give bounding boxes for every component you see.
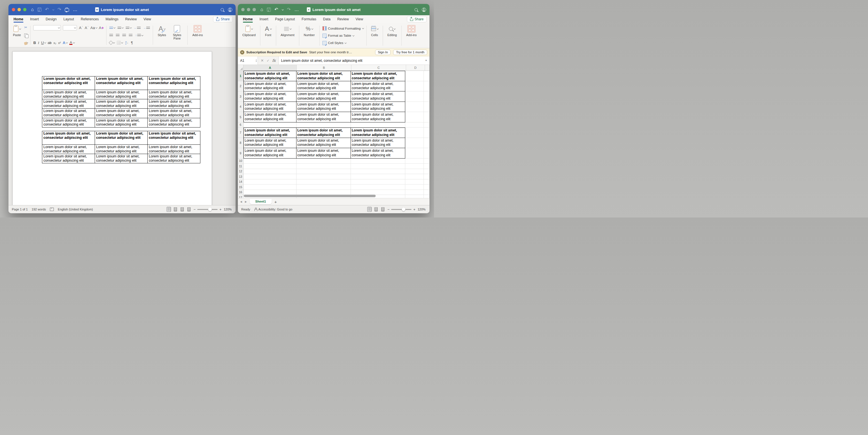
sheet-cell[interactable] xyxy=(405,148,424,158)
row-header[interactable]: 12 xyxy=(238,169,244,174)
add-sheet-button[interactable]: + xyxy=(275,199,277,204)
sheet-cell[interactable] xyxy=(244,169,297,174)
sheet-cell[interactable]: Lorem ipsum dolor sit amet, consectetur … xyxy=(244,127,297,138)
ribbon-tab-formulas[interactable]: Formulas xyxy=(302,15,316,23)
sheet-cell[interactable] xyxy=(351,179,405,185)
select-all-corner[interactable] xyxy=(238,65,244,70)
row-header[interactable]: 4 xyxy=(238,102,244,112)
table-cell[interactable]: Lorem ipsum dolor sit amet, consectetur … xyxy=(95,99,148,109)
row-header[interactable]: 3 xyxy=(238,91,244,102)
table-cell[interactable]: Lorem ipsum dolor sit amet, consectetur … xyxy=(95,118,148,127)
table-cell[interactable]: Lorem ipsum dolor sit amet, consectetur … xyxy=(42,109,95,118)
sheet-cell[interactable]: Lorem ipsum dolor sit amet, consectetur … xyxy=(351,127,405,138)
redo-icon[interactable]: ↷ xyxy=(287,7,290,12)
row-header[interactable]: 15 xyxy=(238,184,244,190)
insert-function-icon[interactable]: fx xyxy=(272,58,276,63)
maximize-button[interactable] xyxy=(23,8,27,11)
row-header[interactable]: 9 xyxy=(238,148,244,158)
sheet-cell[interactable]: Lorem ipsum dolor sit amet, consectetur … xyxy=(244,112,297,122)
print-icon[interactable] xyxy=(65,8,69,11)
table-cell[interactable]: Lorem ipsum dolor sit amet, consectetur … xyxy=(42,118,95,127)
formula-input[interactable]: Lorem ipsum dolor sit amet, consectetur … xyxy=(278,56,430,65)
row-header[interactable]: 1 xyxy=(238,71,244,81)
sheet-cell[interactable]: Lorem ipsum dolor sit amet, consectetur … xyxy=(244,102,297,112)
zoom-in-button[interactable]: + xyxy=(413,207,415,211)
horizontal-scrollbar[interactable] xyxy=(244,195,376,197)
sheet-cell[interactable] xyxy=(297,169,351,174)
format-as-table-button[interactable]: Format as Table xyxy=(322,33,364,39)
sheet-cell[interactable] xyxy=(405,91,424,102)
sheet-cell[interactable]: Lorem ipsum dolor sit amet, consectetur … xyxy=(244,148,297,158)
account-icon[interactable] xyxy=(228,8,232,12)
sheet-cell[interactable] xyxy=(297,190,351,195)
ribbon-tab-review[interactable]: Review xyxy=(337,15,349,23)
word-addins-button[interactable]: Add-ins xyxy=(190,25,204,46)
sheet-cell[interactable] xyxy=(405,179,424,185)
cell-styles-button[interactable]: Cell Styles xyxy=(322,40,364,46)
outline-view-button[interactable] xyxy=(180,207,185,212)
sheet-cell[interactable] xyxy=(244,158,297,164)
copy-icon[interactable] xyxy=(24,33,27,37)
sheet-cell[interactable]: Lorem ipsum dolor sit amet, consectetur … xyxy=(351,148,405,158)
ribbon-tab-data[interactable]: Data xyxy=(323,15,330,23)
row-header[interactable]: 10 xyxy=(238,158,244,164)
home-icon[interactable]: ⌂ xyxy=(31,7,34,12)
sort-button[interactable]: AZ ↓ xyxy=(125,41,128,45)
zoom-slider[interactable] xyxy=(197,209,218,210)
sheet-cell[interactable] xyxy=(244,184,297,190)
row-header[interactable]: 8 xyxy=(238,138,244,148)
sheet-cell[interactable]: Lorem ipsum dolor sit amet, consectetur … xyxy=(297,81,351,92)
table-cell[interactable]: Lorem ipsum dolor sit amet, consectetur … xyxy=(42,99,95,109)
close-button[interactable] xyxy=(241,8,245,11)
enter-icon[interactable]: ✓ xyxy=(267,59,270,63)
sheet-cell[interactable]: Lorem ipsum dolor sit amet, consectetur … xyxy=(244,71,297,81)
table-cell[interactable]: Lorem ipsum dolor sit amet, consectetur … xyxy=(148,131,200,145)
sheet-cell[interactable] xyxy=(297,184,351,190)
cut-icon[interactable]: ✂ xyxy=(24,25,27,29)
try-free-button[interactable]: Try free for 1 month xyxy=(393,50,427,55)
multilevel-list-button[interactable] xyxy=(126,27,131,29)
paste-button[interactable]: Paste xyxy=(11,25,23,46)
formula-bar-expand-icon[interactable]: ▼ xyxy=(425,59,427,62)
table-cell[interactable]: Lorem ipsum dolor sit amet, consectetur … xyxy=(148,154,200,163)
undo-icon[interactable]: ↶ xyxy=(275,7,278,12)
search-icon[interactable] xyxy=(221,8,224,11)
ribbon-tab-home[interactable]: Home xyxy=(243,15,253,23)
sheet-cell[interactable]: Lorem ipsum dolor sit amet, consectetur … xyxy=(351,112,405,122)
sheet-cell[interactable] xyxy=(244,190,297,195)
table-cell[interactable]: Lorem ipsum dolor sit amet, consectetur … xyxy=(42,90,95,99)
ribbon-tab-home[interactable]: Home xyxy=(13,15,23,23)
sheet-cell[interactable] xyxy=(405,112,424,122)
font-name-select[interactable] xyxy=(33,25,61,30)
name-box[interactable]: A1 ▲▼ xyxy=(238,56,258,65)
line-spacing-button[interactable]: ↕ xyxy=(135,34,143,37)
word-count[interactable]: 192 words xyxy=(32,208,46,211)
ribbon-tab-references[interactable]: References xyxy=(81,15,99,23)
sheet-cell[interactable] xyxy=(405,102,424,112)
spellcheck-icon[interactable] xyxy=(50,208,54,211)
increase-indent-button[interactable]: → xyxy=(143,27,150,29)
table-cell[interactable]: Lorem ipsum dolor sit amet, consectetur … xyxy=(148,109,200,118)
more-commands-icon[interactable]: … xyxy=(294,7,299,12)
zoom-slider[interactable] xyxy=(391,209,411,210)
table-cell[interactable]: Lorem ipsum dolor sit amet, consectetur … xyxy=(95,131,148,145)
sheet-cell[interactable] xyxy=(405,81,424,92)
word-page[interactable]: Lorem ipsum dolor sit amet, consectetur … xyxy=(12,51,212,205)
zoom-percent[interactable]: 120% xyxy=(224,208,232,211)
conditional-formatting-button[interactable]: Conditional Formatting xyxy=(322,25,364,31)
sheet-cell[interactable] xyxy=(351,122,405,128)
close-button[interactable] xyxy=(12,8,15,11)
account-icon[interactable] xyxy=(422,8,426,12)
row-header[interactable]: 13 xyxy=(238,174,244,179)
column-header-d[interactable]: D xyxy=(406,65,425,70)
name-box-stepper[interactable]: ▲▼ xyxy=(256,59,257,62)
ribbon-tab-insert[interactable]: Insert xyxy=(259,15,268,23)
sheet-cell[interactable]: Lorem ipsum dolor sit amet, consectetur … xyxy=(297,127,351,138)
align-left-icon[interactable] xyxy=(110,34,113,37)
web-layout-view-button[interactable] xyxy=(173,207,178,212)
subscript-button[interactable]: x₂ xyxy=(54,41,56,45)
language-label[interactable]: English (United Kingdom) xyxy=(58,208,93,211)
numbering-button[interactable] xyxy=(118,27,123,29)
prev-sheet-icon[interactable]: ◀ xyxy=(240,200,242,203)
sheet-cell[interactable]: Lorem ipsum dolor sit amet, consectetur … xyxy=(351,91,405,102)
